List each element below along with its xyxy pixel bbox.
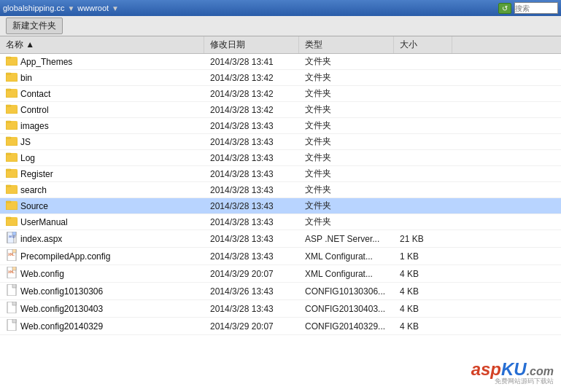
file-type: 文件夹	[299, 134, 394, 149]
title-bar: globalshipping.cc ▼ wwwroot ▼ ↺	[0, 0, 561, 16]
file-type: ASP .NET Server...	[299, 232, 394, 246]
file-name-cell: XML Web.config	[0, 265, 204, 282]
file-icon	[6, 284, 18, 298]
svg-rect-50	[12, 249, 16, 253]
file-icon	[6, 152, 18, 164]
table-row[interactable]: Register 2014/3/28 13:43 文件夹	[0, 166, 561, 182]
file-date: 2014/3/28 13:43	[204, 184, 299, 197]
table-row[interactable]: Web.config20140329 2014/3/29 20:07 CONFI…	[0, 318, 561, 335]
file-size	[394, 125, 452, 128]
table-row[interactable]: images 2014/3/28 13:43 文件夹	[0, 118, 561, 134]
search-input[interactable]	[514, 2, 558, 14]
table-row[interactable]: search 2014/3/28 13:43 文件夹	[0, 182, 561, 198]
table-row[interactable]: Source 2014/3/28 13:43 文件夹	[0, 198, 561, 214]
file-name: Web.config20140329	[20, 321, 103, 332]
file-extra	[452, 238, 561, 240]
header-name[interactable]: 名称 ▲	[0, 36, 204, 53]
table-row[interactable]: Log 2014/3/28 13:43 文件夹	[0, 150, 561, 166]
file-extra	[452, 273, 561, 275]
file-name-cell: images	[0, 118, 204, 133]
svg-rect-34	[6, 185, 11, 187]
svg-rect-57	[12, 302, 16, 305]
table-row[interactable]: Contact 2014/3/28 13:42 文件夹	[0, 86, 561, 102]
file-icon	[6, 216, 18, 228]
file-size: 4 KB	[394, 320, 452, 333]
file-name: PrecompiledApp.config	[20, 251, 110, 262]
file-date: 2014/3/28 13:43	[204, 152, 299, 165]
file-name: UserManual	[20, 217, 68, 227]
file-date: 2014/3/28 13:43	[204, 216, 299, 229]
table-row[interactable]: Web.config10130306 2014/3/26 13:43 CONFI…	[0, 283, 561, 300]
file-name: images	[20, 121, 49, 131]
refresh-button[interactable]: ↺	[498, 3, 511, 14]
file-name-cell: bin	[0, 70, 204, 85]
file-type: CONFIG20130403...	[299, 302, 394, 315]
svg-rect-38	[6, 201, 11, 203]
file-size	[394, 173, 452, 176]
user-label[interactable]: wwwroot	[77, 4, 109, 12]
file-icon	[6, 136, 18, 148]
file-name: Web.config20130403	[20, 304, 103, 314]
file-date: 2014/3/28 13:43	[204, 168, 299, 181]
header-date[interactable]: 修改日期	[204, 36, 299, 53]
file-name: Web.config10130306	[20, 286, 103, 297]
table-row[interactable]: XML Web.config 2014/3/29 20:07 XML Confi…	[0, 265, 561, 283]
file-type: 文件夹	[299, 102, 394, 117]
file-size	[394, 141, 452, 144]
file-type: XML Configurat...	[299, 250, 394, 263]
file-name-cell: XML PrecompiledApp.config	[0, 248, 204, 264]
svg-rect-55	[12, 284, 16, 288]
file-name-cell: Contact	[0, 86, 204, 101]
file-icon: XML	[6, 267, 18, 281]
table-row[interactable]: App_Themes 2014/3/28 13:41 文件夹	[0, 54, 561, 70]
table-row[interactable]: bin 2014/3/28 13:42 文件夹	[0, 70, 561, 86]
user-arrow[interactable]: ▼	[112, 4, 119, 12]
file-type: 文件夹	[299, 182, 394, 197]
table-row[interactable]: Web.config20130403 2014/3/28 13:43 CONFI…	[0, 300, 561, 318]
file-type: 文件夹	[299, 54, 394, 69]
file-extra	[452, 173, 561, 176]
file-extra	[452, 255, 561, 258]
file-size: 4 KB	[394, 267, 452, 281]
file-extra	[452, 290, 561, 293]
file-size: 21 KB	[394, 232, 452, 246]
header-size[interactable]: 大小	[394, 36, 452, 53]
table-row[interactable]: asp index.aspx 2014/3/28 13:43 ASP .NET …	[0, 230, 561, 248]
domain-label[interactable]: globalshipping.cc	[3, 4, 64, 12]
file-extra	[452, 221, 561, 224]
table-row[interactable]: JS 2014/3/28 13:43 文件夹	[0, 134, 561, 150]
file-name: index.aspx	[20, 234, 62, 244]
file-date: 2014/3/29 20:07	[204, 320, 299, 333]
file-icon	[6, 319, 18, 333]
table-row[interactable]: UserManual 2014/3/28 13:43 文件夹	[0, 214, 561, 230]
file-icon	[6, 87, 18, 100]
file-date: 2014/3/28 13:43	[204, 136, 299, 149]
file-icon	[6, 200, 18, 212]
svg-rect-6	[6, 73, 11, 74]
svg-rect-42	[6, 217, 11, 219]
file-size	[394, 189, 452, 192]
file-name-cell: asp index.aspx	[0, 230, 204, 247]
title-bar-left: globalshipping.cc ▼ wwwroot ▼	[3, 4, 498, 12]
domain-arrow[interactable]: ▼	[67, 4, 74, 12]
title-bar-right: ↺	[498, 2, 558, 14]
file-name: Register	[20, 169, 53, 179]
table-row[interactable]: XML PrecompiledApp.config 2014/3/28 13:4…	[0, 248, 561, 265]
file-name: Source	[20, 201, 48, 211]
file-name-cell: Register	[0, 166, 204, 181]
file-icon	[6, 168, 18, 180]
svg-rect-30	[6, 169, 11, 170]
file-size	[394, 93, 452, 95]
svg-rect-26	[6, 153, 11, 154]
toolbar: 新建文件夹	[0, 16, 561, 36]
file-name-cell: Control	[0, 102, 204, 117]
table-row[interactable]: Control 2014/3/28 13:42 文件夹	[0, 102, 561, 118]
file-date: 2014/3/28 13:43	[204, 250, 299, 263]
new-folder-button[interactable]: 新建文件夹	[6, 17, 63, 34]
header-type[interactable]: 类型	[299, 36, 394, 53]
file-type: XML Configurat...	[299, 267, 394, 281]
file-name-cell: Web.config20140329	[0, 318, 204, 334]
file-extra	[452, 60, 561, 63]
file-extra	[452, 125, 561, 128]
file-name: search	[20, 185, 47, 195]
